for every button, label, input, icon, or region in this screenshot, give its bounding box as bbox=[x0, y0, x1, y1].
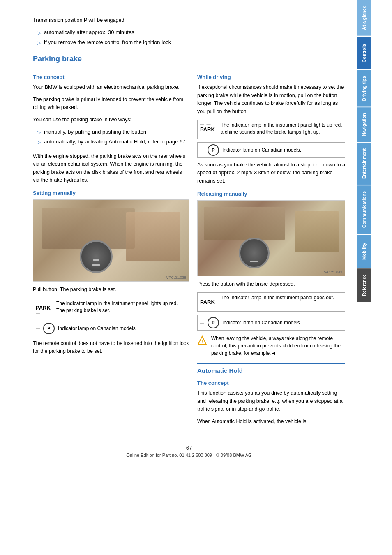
sidebar-tab-navigation[interactable]: Navigation bbox=[357, 107, 371, 142]
releasing-park-box: — — PARK — The indicator lamp in the ins… bbox=[197, 292, 345, 312]
page-number: 67 bbox=[33, 445, 345, 451]
sidebar: At a glance Controls Driving tips Naviga… bbox=[357, 0, 371, 555]
releasing-manually-subtitle: Releasing manually bbox=[197, 191, 345, 197]
sidebar-tab-entertainment[interactable]: Entertainment bbox=[357, 143, 371, 185]
parking-brake-title: Parking brake bbox=[33, 55, 345, 63]
bullet-arrow-icon: ▷ bbox=[37, 39, 41, 46]
footer-text: Online Edition for Part no. 01 41 2 600 … bbox=[126, 453, 251, 458]
concept-p2: The parking brake is primarily intended … bbox=[33, 96, 189, 112]
releasing-manually-image: VPC.21.043 bbox=[197, 200, 345, 276]
warning-box: ! When leaving the vehicle, always take … bbox=[197, 335, 345, 357]
park-dashes-bottom: — bbox=[200, 132, 221, 137]
sidebar-tab-controls[interactable]: Controls bbox=[357, 37, 371, 69]
page-footer: 67 Online Edition for Part no. 01 41 2 6… bbox=[33, 442, 345, 458]
park-dashes: — — bbox=[36, 300, 56, 305]
releasing-caption: Press the button with the brake depresse… bbox=[197, 280, 345, 288]
park-label: PARK bbox=[36, 305, 56, 311]
setting-manually-image: VPC.21.038 bbox=[33, 199, 189, 282]
automatic-hold-title: Automatic Hold bbox=[197, 367, 345, 374]
park-dashes-bottom: — bbox=[200, 305, 221, 310]
bullet-arrow-icon: ▷ bbox=[37, 139, 41, 146]
automatic-hold-concept-subtitle: The concept bbox=[197, 380, 345, 386]
park-dashes: — — bbox=[200, 122, 221, 126]
bullet-item: ▷ if you remove the remote control from … bbox=[37, 38, 345, 46]
p-circle-indicator: — P Indicator lamp on Canadian models. bbox=[33, 321, 189, 336]
concept-p1: Your BMW is equipped with an electromech… bbox=[33, 83, 189, 91]
remote-text: The remote control does not have to be i… bbox=[33, 340, 189, 356]
releasing-p-circle: — P Indicator lamp on Canadian models. bbox=[197, 315, 345, 331]
bullet-item: ▷ automatically, by activating Automatic… bbox=[37, 138, 189, 146]
p-circle-text: Indicator lamp on Canadian models. bbox=[222, 147, 301, 153]
sidebar-tab-reference[interactable]: Reference bbox=[357, 268, 371, 302]
while-driving-park-box: — — PARK — The indicator lamp in the ins… bbox=[197, 120, 345, 139]
while-driving-subtitle: While driving bbox=[197, 74, 345, 80]
sidebar-tab-driving-tips[interactable]: Driving tips bbox=[357, 70, 371, 107]
left-column: The concept Your BMW is equipped with an… bbox=[33, 68, 189, 430]
bullet-item: ▷ manually, by pulling and pushing the b… bbox=[37, 128, 189, 136]
p-circle-icon-2: P bbox=[208, 317, 219, 328]
p-circle-icon: P bbox=[43, 323, 55, 334]
park-dashes: — — bbox=[200, 294, 221, 299]
while-driving-p1: If exceptional circumstances should make… bbox=[197, 83, 345, 116]
park-box-text: The indicator lamp in the instrument pan… bbox=[221, 122, 342, 136]
park-label: PARK bbox=[200, 126, 221, 132]
park-box-text: The indicator lamp in the instrument pan… bbox=[221, 294, 334, 301]
as-soon-text: As soon as you brake the vehicle almost … bbox=[197, 161, 345, 185]
park-box-text: The indicator lamp in the instrument pan… bbox=[56, 300, 186, 314]
setting-manually-subtitle: Setting manually bbox=[33, 190, 189, 196]
sidebar-tab-at-a-glance[interactable]: At a glance bbox=[357, 0, 371, 36]
releasing-p-circle-text: Indicator lamp on Canadian models. bbox=[222, 320, 301, 326]
park-label: PARK bbox=[200, 299, 221, 305]
bullet-arrow-icon: ▷ bbox=[37, 29, 41, 37]
warning-text: When leaving the vehicle, always take al… bbox=[211, 335, 345, 357]
automatic-hold-p1: This function assists you as you drive b… bbox=[197, 389, 345, 413]
car-interior-graphic-2 bbox=[198, 201, 345, 276]
concept-p4: With the engine stopped, the parking bra… bbox=[33, 153, 189, 185]
sidebar-tab-communications[interactable]: Communications bbox=[357, 185, 371, 234]
concept-p3: You can use the parking brake in two way… bbox=[33, 116, 189, 124]
car-interior-graphic bbox=[33, 200, 189, 281]
warning-triangle-icon: ! bbox=[197, 335, 207, 345]
image-watermark: VPC.21.038 bbox=[166, 275, 186, 280]
concept-bullets: ▷ manually, by pulling and pushing the b… bbox=[37, 128, 189, 146]
concept-subtitle: The concept bbox=[33, 74, 189, 80]
p-circle-text: Indicator lamp on Canadian models. bbox=[58, 326, 137, 331]
while-driving-p-circle: — P Indicator lamp on Canadian models. bbox=[197, 142, 345, 158]
bullet-item: ▷ automatically after approx. 30 minutes bbox=[37, 28, 345, 37]
section-divider bbox=[197, 363, 345, 364]
sidebar-tab-mobility[interactable]: Mobility bbox=[357, 235, 371, 268]
p-circle-icon: P bbox=[208, 144, 219, 156]
svg-text:!: ! bbox=[201, 339, 203, 344]
park-dashes-bottom: — bbox=[36, 311, 56, 315]
image-watermark-2: VPC.21.043 bbox=[322, 270, 342, 274]
bullet-arrow-icon: ▷ bbox=[37, 129, 41, 136]
right-column: While driving If exceptional circumstanc… bbox=[197, 68, 345, 430]
park-indicator-box: — — PARK — The indicator lamp in the ins… bbox=[33, 298, 189, 317]
automatic-hold-p2: When Automatic Hold is activated, the ve… bbox=[197, 418, 345, 426]
intro-bullets: ▷ automatically after approx. 30 minutes… bbox=[37, 28, 345, 46]
setting-caption: Pull button. The parking brake is set. bbox=[33, 286, 189, 294]
intro-text: Transmission position P will be engaged: bbox=[33, 16, 345, 24]
